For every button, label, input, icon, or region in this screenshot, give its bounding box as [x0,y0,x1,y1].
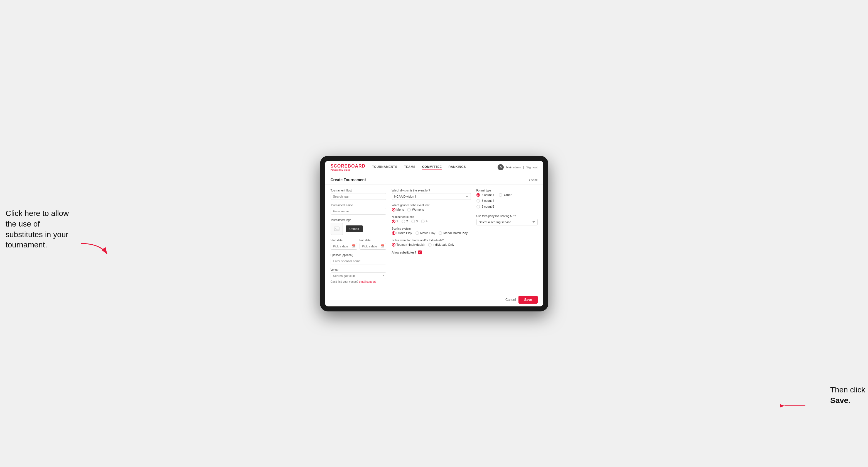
teams-individuals-group: Is this event for Teams and/or Individua… [392,239,471,247]
scoring-system-radio-group: Stroke Play Match Play Medal Match Play [392,231,471,235]
form-body: Tournament Host Tournament name Tourname… [325,185,543,293]
allow-substitutes-checkbox[interactable]: ✓ [418,250,422,254]
gender-radio-group: Mens Womens [392,208,471,212]
start-date-wrap: 📅 [331,243,357,250]
stroke-play[interactable]: Stroke Play [392,231,412,235]
end-date-wrap: 📅 [360,243,386,250]
allow-substitutes-item[interactable]: Allow substitutes? ✓ [392,250,471,254]
save-button[interactable]: Save [519,296,537,304]
back-button[interactable]: Back [529,178,537,182]
nav-links: TOURNAMENTS TEAMS COMMITTEE RANKINGS [372,165,498,169]
tournament-name-input[interactable] [331,208,386,215]
venue-select-wrap: ▾ [331,273,386,279]
nav-separator: | [523,165,524,169]
form-footer: Cancel Save [325,293,543,306]
format-6count4-label: 6 count 4 [482,199,494,202]
teams-plus-radio[interactable] [392,243,396,247]
logo-area: SCOREBOARD Powered by clippd [331,164,366,171]
image-icon [334,226,340,232]
individuals-only-radio[interactable] [428,243,432,247]
arrow-right-icon [780,399,808,413]
page-title: Create Tournament [331,178,366,182]
format-other[interactable]: Other [499,193,512,197]
stroke-play-label: Stroke Play [397,231,412,235]
format-col-1: 5 count 4 6 count 4 6 count 5 [476,193,494,211]
scoring-service-group: Use third-party live scoring API? Select… [476,215,538,225]
format-5count4-radio[interactable] [476,193,480,197]
navbar: SCOREBOARD Powered by clippd TOURNAMENTS… [325,161,543,174]
rounds-label: Number of rounds [392,215,471,218]
format-5count4[interactable]: 5 count 4 [476,193,494,197]
round-2-radio[interactable] [402,220,405,223]
avatar: B [498,164,504,170]
sponsor-input[interactable] [331,258,386,264]
scoring-service-select[interactable]: Select a scoring service [476,219,538,225]
email-support-link[interactable]: email support [359,280,376,283]
tournament-logo-group: Tournament logo Upload [331,218,386,235]
match-play-radio[interactable] [415,231,419,235]
sign-out-link[interactable]: Sign out [526,165,537,169]
nav-teams[interactable]: TEAMS [404,165,415,169]
col-left: Tournament Host Tournament name Tourname… [331,189,386,287]
match-play[interactable]: Match Play [415,231,435,235]
teams-plus-individuals[interactable]: Teams (+Individuals) [392,243,425,247]
end-date-label: End date [360,239,386,242]
stroke-play-radio[interactable] [392,231,396,235]
format-6count4[interactable]: 6 count 4 [476,199,494,203]
format-type-label: Format type [476,189,538,192]
venue-chevron: ▾ [383,274,384,277]
start-date-label: Start date [331,239,357,242]
round-4[interactable]: 4 [421,220,428,223]
round-3[interactable]: 3 [411,220,418,223]
gender-mens-radio[interactable] [392,208,396,212]
format-6count5-radio[interactable] [476,205,480,209]
rounds-group: Number of rounds 1 2 3 [392,215,471,223]
round-2[interactable]: 2 [402,220,408,223]
tournament-name-label: Tournament name [331,204,386,207]
format-6count5[interactable]: 6 count 5 [476,205,494,209]
teams-individuals-label: Is this event for Teams and/or Individua… [392,239,471,242]
division-select[interactable]: NCAA Division I [392,193,471,200]
nav-tournaments[interactable]: TOURNAMENTS [372,165,397,169]
gender-womens[interactable]: Womens [407,208,424,212]
medal-match-play-radio[interactable] [439,231,442,235]
round-2-label: 2 [406,220,408,223]
round-3-radio[interactable] [411,220,415,223]
nav-user: B blair admin | Sign out [498,164,537,170]
medal-match-play[interactable]: Medal Match Play [439,231,468,235]
calendar-icon: 📅 [352,244,356,248]
venue-input[interactable] [331,273,386,279]
cancel-button[interactable]: Cancel [505,298,516,302]
round-4-radio[interactable] [421,220,425,223]
col-mid: Which division is the event for? NCAA Di… [392,189,471,287]
nav-committee[interactable]: COMMITTEE [422,165,442,169]
logo-upload-area: Upload [331,223,386,235]
round-3-label: 3 [416,220,418,223]
format-col-2: Other [499,193,512,211]
format-5count4-label: 5 count 4 [482,193,494,196]
tournament-host-input[interactable] [331,193,386,200]
gender-womens-label: Womens [412,208,424,211]
gender-womens-radio[interactable] [407,208,411,212]
teams-plus-label: Teams (+Individuals) [397,243,425,246]
page-header: Create Tournament Back [325,174,543,185]
round-1-radio[interactable] [392,220,396,223]
gender-mens[interactable]: Mens [392,208,404,212]
upload-button[interactable]: Upload [346,225,363,232]
logo-powered: Powered by clippd [331,169,366,171]
scoring-system-group: Scoring system Stroke Play Match Play [392,227,471,235]
medal-match-play-label: Medal Match Play [443,231,468,235]
date-row: Start date 📅 End date 📅 [331,239,386,250]
format-6count4-radio[interactable] [476,199,480,203]
individuals-only[interactable]: Individuals Only [428,243,455,247]
nav-rankings[interactable]: RANKINGS [448,165,466,169]
gender-label: Which gender is the event for? [392,204,471,207]
division-label: Which division is the event for? [392,189,471,192]
allow-substitutes-label: Allow substitutes? [392,251,416,254]
round-1[interactable]: 1 [392,220,398,223]
tournament-host-group: Tournament Host [331,189,386,200]
calendar-end-icon: 📅 [381,244,384,248]
sponsor-label: Sponsor (optional) [331,253,386,257]
format-other-radio[interactable] [499,193,502,197]
round-1-label: 1 [397,220,398,223]
